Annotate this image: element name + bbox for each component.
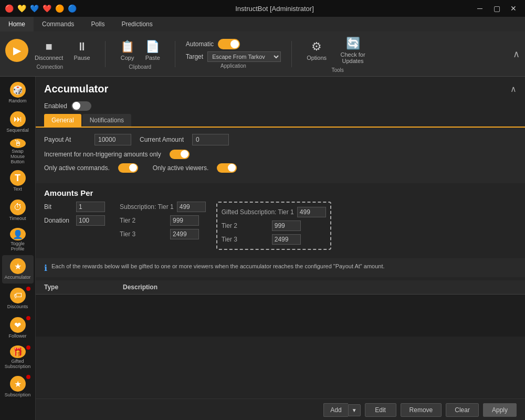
sidebar-label-gifted-sub: Gifted Subscription [4,359,32,370]
current-amount-input[interactable] [192,134,229,145]
tools-group-label: Tools [331,67,343,73]
gifted-header-row: Gifted Subscription: Tier 1 [222,207,326,217]
sidebar-item-follower[interactable]: ❤ Follower [2,314,34,342]
text-icon: T [10,170,26,186]
app-icon-1: 🔴 [4,4,14,13]
connect-button[interactable]: ▶ [5,39,28,62]
sub-tier2-input[interactable] [170,215,199,226]
content-inner: Accumulator ∧ Enabled General Notificati… [36,77,525,420]
disconnect-label: Disconnect [35,55,63,61]
amounts-section: Amounts Per Bit Donation [36,183,525,255]
sidebar-item-subscription[interactable]: ★ Subscription [2,373,34,401]
sidebar-item-sequential[interactable]: ⏭ Sequential [2,108,34,136]
add-dropdown-button[interactable]: ▼ [348,404,361,416]
sidebar-item-timeout[interactable]: ⏱ Timeout [2,196,34,225]
window-controls: ─ ▢ ✕ [472,3,521,14]
app-icon-4: ❤️ [42,4,51,13]
donation-row: Donation [44,215,105,226]
check-updates-button[interactable]: 🔄 Check for Updates [333,35,373,66]
payout-at-input[interactable] [94,134,131,145]
menu-polls[interactable]: Polls [82,17,113,32]
close-button[interactable]: ✕ [506,3,521,14]
options-button[interactable]: ⚙ Options [302,38,331,63]
discounts-icon: 🏷 [10,288,26,303]
gifted-sub-red-dot [26,345,30,350]
active-options-row: Only active commands. Only active viewer… [44,163,517,173]
menu-home[interactable]: Home [0,17,34,32]
accumulator-icon: ★ [10,258,26,274]
sidebar-item-toggle-profile[interactable]: 👤 Toggle Profile [2,226,34,254]
enabled-toggle[interactable] [71,101,91,111]
paste-label: Paste [145,55,160,61]
increment-toggle[interactable] [170,150,190,159]
toolbar-collapse-button[interactable]: ∧ [513,48,520,60]
info-text: Each of the rewards below will be gifted… [51,262,385,270]
pause-label: Pause [74,55,90,61]
sidebar-label-discounts: Discounts [7,304,28,310]
paste-button[interactable]: 📄 Paste [141,38,164,63]
menu-bar: Home Commands Polls Predictions [0,17,525,32]
follower-icon: ❤ [10,317,26,333]
toolbar-application-group: Automatic Target Escape From Tarkov Appl… [186,39,281,69]
pause-icon: ⏸ [76,40,88,54]
tab-general[interactable]: General [44,114,81,127]
separator-1 [105,41,106,67]
active-viewers-toggle[interactable] [217,163,237,173]
copy-button[interactable]: 📋 Copy [116,38,139,63]
remove-button[interactable]: Remove [401,403,442,417]
gifted-tier3-input[interactable] [272,234,301,245]
sub-tier3-input[interactable] [170,229,199,239]
sub-tier1-input[interactable] [177,202,206,212]
main-layout: 🎲 Random ⏭ Sequential 🖱 Swap Mouse Butto… [0,77,525,420]
form-section: Payout At Current Amount Increment for n… [36,127,525,183]
toolbar: ▶ ■ Disconnect ⏸ Pause Connection 📋 Copy… [0,32,525,77]
clear-button[interactable]: Clear [446,403,479,417]
current-amount-label: Current Amount [140,136,184,143]
collapse-button[interactable]: ∧ [510,84,517,94]
toolbar-connection-group: ▶ ■ Disconnect ⏸ Pause Connection [5,38,94,70]
increment-row: Increment for non-triggering amounts onl… [44,150,517,159]
sidebar-item-text[interactable]: T Text [2,167,34,195]
application-group-label: Application [220,63,246,69]
bit-input[interactable] [76,202,105,212]
amounts-col-subscription: Subscription: Tier 1 Tier 2 Tier 3 [120,202,206,239]
edit-button[interactable]: Edit [365,403,396,417]
auto-section: Automatic Target Escape From Tarkov [186,39,281,62]
clipboard-group-label: Clipboard [129,64,151,70]
options-icon: ⚙ [311,40,322,54]
refresh-icon: 🔄 [346,37,360,50]
disconnect-icon: ■ [46,40,52,54]
sidebar-item-gifted-sub[interactable]: 🎁 Gifted Subscription [2,343,34,372]
active-commands-toggle[interactable] [118,163,138,173]
timeout-icon: ⏱ [10,200,26,215]
sidebar-item-accumulator[interactable]: ★ Accumulator [2,255,34,284]
apply-button[interactable]: Apply [483,403,517,417]
gifted-tier1-input[interactable] [297,207,326,217]
add-button[interactable]: Add [323,403,348,417]
amounts-col-basic: Bit Donation [44,202,105,226]
pause-button[interactable]: ⏸ Pause [69,38,94,63]
donation-input[interactable] [76,215,105,226]
auto-row: Automatic [186,39,281,49]
donation-label: Donation [44,217,73,224]
paste-icon: 📄 [145,40,160,54]
menu-predictions[interactable]: Predictions [113,17,161,32]
sidebar-item-random[interactable]: 🎲 Random [2,79,34,107]
sidebar-label-timeout: Timeout [9,216,26,222]
swap-mouse-icon: 🖱 [10,139,26,148]
sub-tier2-row: Tier 2 [120,215,206,226]
sidebar-item-discounts[interactable]: 🏷 Discounts [2,285,34,313]
disconnect-button[interactable]: ■ Disconnect [30,38,67,63]
gifted-tier2-input[interactable] [272,220,301,231]
sidebar-item-swap-mouse[interactable]: 🖱 Swap Mouse Button [2,138,34,166]
maximize-button[interactable]: ▢ [489,3,504,14]
subscription-icon: ★ [10,376,26,392]
automatic-toggle[interactable] [218,39,240,49]
minimize-button[interactable]: ─ [472,3,487,14]
target-select[interactable]: Escape From Tarkov [207,51,281,62]
toolbar-clipboard-group: 📋 Copy 📄 Paste Clipboard [116,38,164,70]
menu-commands[interactable]: Commands [34,17,82,32]
tab-notifications[interactable]: Notifications [82,114,131,127]
separator-3 [291,41,292,67]
separator-2 [175,41,175,67]
